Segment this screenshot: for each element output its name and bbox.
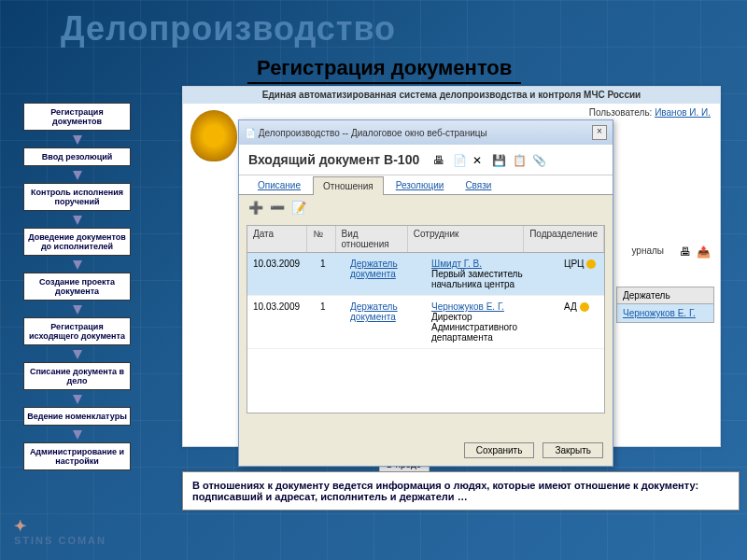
nav-nomenclature[interactable]: Ведение номенклатуры — [23, 407, 131, 426]
nav-create-project[interactable]: Создание проекта документа — [23, 273, 131, 301]
badge-icon — [586, 259, 596, 269]
user-link[interactable]: Иванов И. И. — [655, 107, 711, 118]
badge-icon — [580, 302, 589, 312]
nav-outgoing[interactable]: Регистрация исходящего документа — [23, 317, 131, 345]
col-num[interactable]: № — [307, 226, 335, 252]
slide-subtitle: Регистрация документов — [247, 56, 521, 84]
journals-label: урналы — [631, 245, 664, 256]
grid-header: Дата № Вид отношения Сотрудник Подраздел… — [247, 226, 604, 253]
holder-head: Держатель — [616, 287, 714, 304]
print-icon[interactable]: 🖶 — [680, 245, 691, 259]
tab-links[interactable]: Связи — [456, 176, 500, 194]
delete-icon[interactable]: ✕ — [472, 154, 486, 167]
user-info: Пользователь: Иванов И. И. — [589, 107, 711, 118]
app-header: Единая автоматизированная система делопр… — [183, 87, 720, 104]
close-button[interactable]: Закрыть — [543, 442, 603, 458]
doc-toolbar: 🖶 📄 ✕ 💾 📋 📎 — [431, 154, 546, 167]
print-icon[interactable]: 🖶 — [433, 154, 446, 167]
add-icon[interactable]: ➕ — [248, 201, 263, 216]
nav-archive[interactable]: Списание документа в дело — [23, 362, 131, 390]
dialog-buttons: Сохранить Закрыть — [458, 442, 603, 458]
doc-title: Входящий документ В-100 — [248, 152, 419, 167]
tab-description[interactable]: Описание — [248, 176, 310, 194]
holder-panel: Держатель Черножуков Е. Г. — [616, 287, 714, 323]
slide-caption: В отношениях к документу ведется информа… — [182, 471, 740, 511]
nav-admin[interactable]: Администрирование и настройки — [23, 442, 131, 470]
tab-resolutions[interactable]: Резолюции — [387, 176, 454, 194]
table-row[interactable]: 10.03.2009 1 Держатель документа Черножу… — [247, 296, 604, 349]
nav-sidebar: Регистрация документов Ввод резолюций Ко… — [23, 103, 131, 487]
col-dept[interactable]: Подразделение — [524, 226, 604, 252]
edit-icon[interactable]: 📝 — [291, 201, 306, 216]
grid-toolbar: ➕ ➖ 📝 — [239, 195, 613, 221]
close-icon[interactable]: × — [592, 125, 607, 140]
col-employee[interactable]: Сотрудник — [408, 226, 524, 252]
remove-icon[interactable]: ➖ — [270, 201, 285, 216]
new-icon[interactable]: 📄 — [453, 154, 466, 167]
save-button[interactable]: Сохранить — [464, 442, 535, 458]
tab-relations[interactable]: Отношения — [313, 176, 384, 195]
nav-resolutions[interactable]: Ввод резолюций — [23, 147, 131, 166]
col-date[interactable]: Дата — [247, 226, 307, 252]
doc-bar: Входящий документ В-100 🖶 📄 ✕ 💾 📋 📎 — [239, 145, 613, 175]
holder-row[interactable]: Черножуков Е. Г. — [616, 304, 714, 323]
dialog-tabs: Описание Отношения Резолюции Связи — [239, 175, 613, 195]
slide-title: Делопроизводство — [61, 9, 396, 49]
relations-grid: Дата № Вид отношения Сотрудник Подраздел… — [247, 225, 605, 413]
user-label: Пользователь: — [589, 107, 653, 118]
dialog-window: 📄 Делопроизводство -- Диалоговое окно ве… — [238, 119, 613, 467]
save-icon[interactable]: 💾 — [492, 154, 505, 167]
attach-icon[interactable]: 📎 — [532, 154, 545, 167]
nav-distribute[interactable]: Доведение документов до исполнителей — [23, 228, 131, 256]
export-icon[interactable]: 📤 — [697, 245, 711, 259]
nav-register[interactable]: Регистрация документов — [23, 103, 131, 131]
copy-icon[interactable]: 📋 — [513, 154, 526, 167]
dialog-title-text: 📄 Делопроизводство -- Диалоговое окно ве… — [245, 128, 487, 138]
table-row[interactable]: 10.03.2009 1 Держатель документа Шмидт Г… — [247, 253, 604, 296]
nav-control[interactable]: Контроль исполнения поручений — [23, 183, 131, 211]
journal-icons: 🖶 📤 — [677, 245, 711, 259]
dialog-titlebar: 📄 Делопроизводство -- Диалоговое окно ве… — [239, 120, 613, 145]
emblem-icon — [190, 110, 237, 161]
footer-logo: ✦STINS COMAN — [14, 517, 106, 546]
col-relation[interactable]: Вид отношения — [336, 226, 408, 252]
